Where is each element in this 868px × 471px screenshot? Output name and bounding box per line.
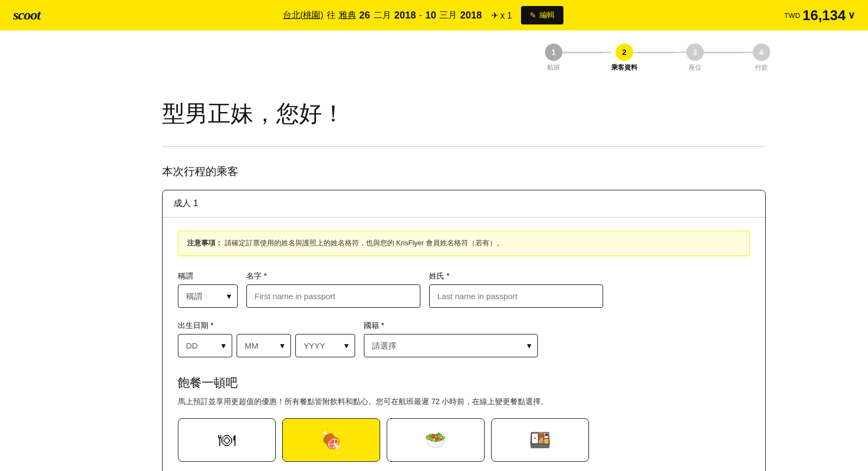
salutation-select-wrapper: 稱謂 Mr Mrs Ms Dr [178,284,238,308]
nationality-label: 國籍 * [364,321,538,331]
step-3-label: 座位 [689,63,702,72]
salutation-label: 稱謂 [178,271,238,281]
date-end-month: 三月 [439,10,457,21]
yyyy-wrapper: YYYY 2018200019901980 [295,334,355,357]
form-row-dob-nationality: 出生日期 * DD 01020304 05101520 25283031 [178,321,750,357]
yyyy-select[interactable]: YYYY 2018200019901980 [295,334,355,357]
year-end: 2018 [460,10,482,21]
section-title: 本次行程的乘客 [162,164,766,179]
food-card-4[interactable]: 🍱 [491,418,589,462]
from-city[interactable]: 台北(桃園) [283,10,324,21]
passenger-card-header: 成人 1 [163,190,765,218]
first-name-input[interactable] [246,284,420,308]
year-start: 2018 [394,10,416,21]
date-start-day: 26 [359,10,370,21]
edit-label: 編輯 [540,10,555,20]
nationality-group: 國籍 * 請選擇 台灣 中國 日本 美國 英國 [364,321,538,357]
food-card-1[interactable]: 🍽 [178,418,276,462]
notice-text: 請確定訂票使用的姓名與護照上的姓名格符，也與您的 KrisFlyer 會員姓名格… [225,239,504,247]
step-4-circle: 4 [753,44,770,61]
dob-group: 出生日期 * DD 01020304 05101520 25283031 [178,321,355,357]
to-city[interactable]: 雅典 [339,10,356,21]
last-name-group: 姓氏 * [429,271,603,308]
step-2-label: 乘客資料 [611,63,637,72]
price-amount: 16,134 [802,7,846,24]
route-info: 台北(桃園) 往 雅典 26 二月 2018 - 10 三月 2018 ✈ x … [62,6,784,24]
step-4-label: 付款 [755,63,768,72]
notice-box: 注意事項： 請確定訂票使用的姓名與護照上的姓名格符，也與您的 KrisFlyer… [178,231,750,256]
mm-wrapper: MM 01020304 05060708 09101112 [237,334,291,357]
nationality-select[interactable]: 請選擇 台灣 中國 日本 美國 英國 [364,334,538,357]
first-name-label: 名字 * [246,271,420,281]
chevron-down-icon[interactable]: ∨ [848,9,855,21]
step-3-circle: 3 [686,44,704,61]
page-title: 型男正妹，您好！ [162,98,766,129]
step-3: 3 座位 [686,44,704,72]
food-card-2[interactable]: 🍖 [282,418,380,462]
food-desc: 馬上預訂並享用更超值的優惠！所有餐點皆附飲料和點心。您可在航班最遲 72 小時前… [178,395,750,407]
food-card-icon-1: 🍽 [218,430,235,450]
food-title: 飽餐一頓吧 [178,375,750,391]
edit-button[interactable]: ✎ 編輯 [521,6,563,24]
pencil-icon: ✎ [530,11,536,20]
food-card-icon-3: 🥗 [425,430,447,450]
dash: - [419,10,422,20]
mm-select[interactable]: MM 01020304 05060708 09101112 [237,334,291,357]
step-1-circle: 1 [545,44,562,61]
pax-info: ✈ x 1 [491,10,512,21]
food-card-icon-4: 🍱 [529,430,551,450]
food-section: 飽餐一頓吧 馬上預訂並享用更超值的優惠！所有餐點皆附飲料和點心。您可在航班最遲 … [178,375,750,462]
dob-selects: DD 01020304 05101520 25283031 MM 0102030… [178,334,355,357]
food-card-icon-2: 🍖 [320,430,342,450]
step-1-label: 航班 [547,63,560,72]
last-name-label: 姓氏 * [429,271,603,281]
dd-wrapper: DD 01020304 05101520 25283031 [178,334,232,357]
dob-label: 出生日期 * [178,321,355,331]
route-arrow: 往 [327,10,336,21]
page-header: scoot 台北(桃園) 往 雅典 26 二月 2018 - 10 三月 201… [0,0,868,30]
step-2: 2 乘客資料 [611,44,637,72]
step-4: 4 付款 [753,44,770,72]
salutation-select[interactable]: 稱謂 Mr Mrs Ms Dr [178,284,238,308]
notice-bold: 注意事項： [187,239,222,247]
date-start-month: 二月 [374,10,391,21]
main-content: 型男正妹，您好！ 本次行程的乘客 成人 1 注意事項： 請確定訂票使用的姓名與護… [80,77,788,471]
step-1: 1 航班 [545,44,562,72]
currency-label: TWD [784,11,801,20]
date-end-day: 10 [425,10,436,21]
food-card-3[interactable]: 🥗 [387,418,485,462]
price-area: TWD 16,134 ∨ [784,7,855,24]
brand-logo: scoot [13,7,40,23]
form-row-names: 稱謂 稱謂 Mr Mrs Ms Dr 名字 * [178,271,750,308]
food-cards: 🍽 🍖 🥗 🍱 [178,418,750,462]
progress-steps: 1 航班 2 乘客資料 3 座位 4 付款 [0,30,868,77]
step-2-circle: 2 [616,44,633,61]
passenger-card: 成人 1 注意事項： 請確定訂票使用的姓名與護照上的姓名格符，也與您的 Kris… [162,190,766,471]
dd-select[interactable]: DD 01020304 05101520 25283031 [178,334,232,357]
title-divider [162,146,766,147]
last-name-input[interactable] [429,284,603,308]
passenger-card-body: 注意事項： 請確定訂票使用的姓名與護照上的姓名格符，也與您的 KrisFlyer… [163,218,765,471]
nationality-select-wrapper: 請選擇 台灣 中國 日本 美國 英國 [364,334,538,357]
first-name-group: 名字 * [246,271,420,308]
salutation-group: 稱謂 稱謂 Mr Mrs Ms Dr [178,271,238,308]
